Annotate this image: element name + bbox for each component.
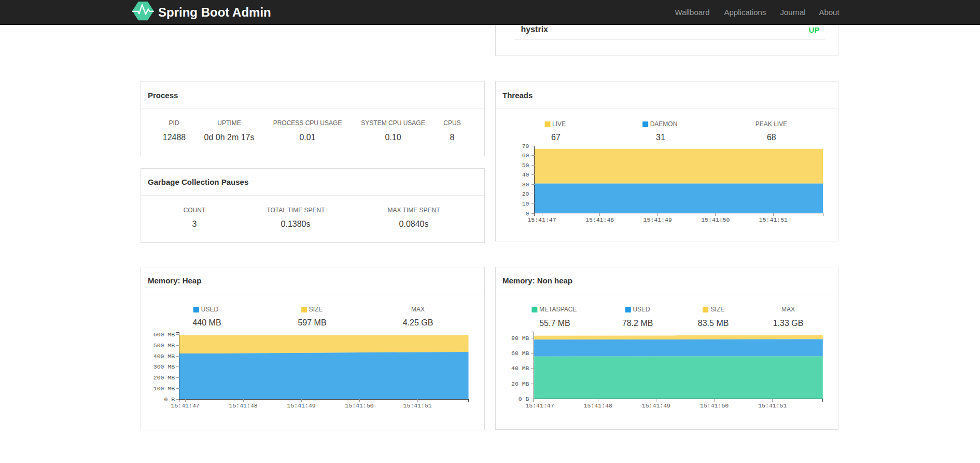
svg-text:100 MB: 100 MB	[153, 385, 175, 392]
svg-text:40: 40	[522, 171, 529, 178]
svg-text:15:41:47: 15:41:47	[527, 216, 556, 223]
svg-text:15:41:50: 15:41:50	[700, 402, 729, 409]
svg-text:15:41:51: 15:41:51	[403, 402, 431, 409]
svg-text:15:41:50: 15:41:50	[701, 216, 730, 223]
svg-text:0 B: 0 B	[519, 396, 529, 402]
svg-text:30: 30	[522, 181, 529, 188]
svg-text:60 MB: 60 MB	[511, 350, 529, 357]
svg-text:15:41:48: 15:41:48	[585, 216, 614, 223]
svg-text:80 MB: 80 MB	[511, 335, 529, 342]
svg-text:15:41:49: 15:41:49	[287, 402, 315, 409]
svg-text:15:41:48: 15:41:48	[584, 402, 612, 409]
svg-text:300 MB: 300 MB	[153, 363, 175, 370]
svg-text:20 MB: 20 MB	[511, 380, 529, 387]
svg-text:400 MB: 400 MB	[153, 353, 175, 360]
svg-text:15:41:47: 15:41:47	[525, 402, 554, 409]
svg-text:60: 60	[522, 152, 529, 159]
svg-text:15:41:51: 15:41:51	[758, 402, 787, 409]
svg-text:200 MB: 200 MB	[153, 374, 175, 381]
svg-text:15:41:49: 15:41:49	[643, 216, 672, 223]
svg-text:70: 70	[522, 143, 529, 149]
svg-text:15:41:47: 15:41:47	[171, 402, 199, 409]
svg-text:50: 50	[522, 162, 529, 169]
svg-text:15:41:51: 15:41:51	[759, 216, 788, 223]
svg-text:0: 0	[526, 210, 529, 217]
svg-text:15:41:48: 15:41:48	[229, 402, 257, 409]
svg-text:40 MB: 40 MB	[511, 365, 529, 372]
svg-text:10: 10	[522, 200, 529, 207]
svg-text:600 MB: 600 MB	[153, 331, 175, 338]
svg-text:20: 20	[522, 190, 529, 197]
svg-text:15:41:50: 15:41:50	[345, 402, 373, 409]
svg-text:15:41:49: 15:41:49	[642, 402, 670, 409]
svg-text:500 MB: 500 MB	[153, 342, 175, 349]
svg-text:0 B: 0 B	[164, 396, 175, 403]
